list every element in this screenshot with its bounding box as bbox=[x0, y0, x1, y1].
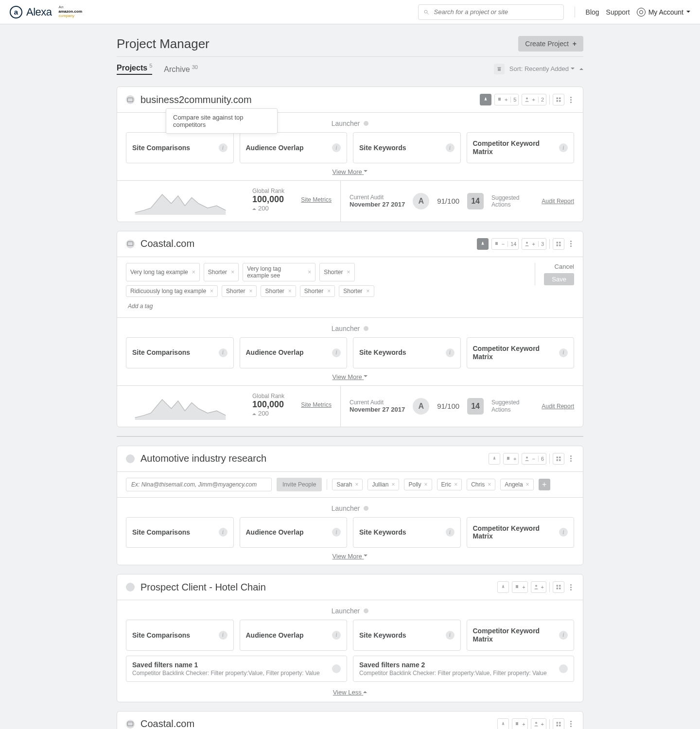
tab-projects[interactable]: Projects5 bbox=[117, 63, 152, 75]
tool-site-comparisons[interactable]: Site Comparisonsi bbox=[126, 517, 234, 548]
add-tag-input[interactable] bbox=[126, 301, 203, 312]
person-chip[interactable]: Jullian× bbox=[368, 479, 399, 490]
remove-tag-icon[interactable]: × bbox=[327, 288, 331, 295]
tool-site-keywords[interactable]: Site Keywordsi bbox=[353, 620, 461, 651]
more-menu[interactable] bbox=[567, 241, 574, 247]
person-chip[interactable]: Eric× bbox=[437, 479, 462, 490]
tag-button[interactable]: + bbox=[503, 453, 519, 465]
remove-icon[interactable]: × bbox=[526, 481, 529, 488]
grid-view-button[interactable] bbox=[553, 718, 564, 729]
tool-competitor-matrix[interactable]: Competitor Keyword Matrixi bbox=[467, 620, 575, 651]
tool-competitor-matrix[interactable]: Competitor Keyword Matrixi bbox=[467, 337, 575, 368]
nav-blog[interactable]: Blog bbox=[586, 8, 599, 16]
tool-competitor-matrix[interactable]: Competitor Keyword Matrixi bbox=[467, 132, 575, 163]
remove-tag-icon[interactable]: × bbox=[288, 288, 292, 295]
info-icon[interactable]: i bbox=[559, 528, 568, 537]
project-title[interactable]: Coastal.com bbox=[140, 718, 194, 729]
tag-button[interactable]: + bbox=[512, 718, 527, 729]
grid-view-button[interactable] bbox=[553, 238, 564, 250]
tool-audience-overlap[interactable]: Audience Overlapi bbox=[240, 337, 348, 368]
global-search[interactable] bbox=[418, 4, 564, 20]
tool-site-keywords[interactable]: Site Keywordsi bbox=[353, 132, 461, 163]
remove-tag-icon[interactable]: × bbox=[347, 269, 350, 276]
saved-filter[interactable]: Saved filters name 2 Competitor Backlink… bbox=[353, 656, 574, 682]
grid-view-button[interactable] bbox=[553, 453, 564, 465]
pin-button[interactable] bbox=[477, 238, 489, 250]
tag-chip[interactable]: Shorter× bbox=[300, 285, 335, 297]
person-chip[interactable]: Sarah× bbox=[332, 479, 363, 490]
search-input[interactable] bbox=[433, 8, 559, 16]
save-button[interactable]: Save bbox=[544, 273, 574, 285]
tool-site-keywords[interactable]: Site Keywordsi bbox=[353, 337, 461, 368]
grid-view-button[interactable] bbox=[553, 94, 564, 105]
remove-tag-icon[interactable]: × bbox=[367, 288, 370, 295]
tool-audience-overlap[interactable]: Audience Overlapi bbox=[240, 132, 348, 163]
pin-button[interactable] bbox=[489, 453, 500, 465]
tag-button[interactable]: −14 bbox=[491, 238, 519, 250]
remove-icon[interactable]: × bbox=[454, 481, 457, 488]
saved-filter[interactable]: Saved filters name 1 Competitor Backlink… bbox=[126, 656, 347, 682]
pin-button[interactable] bbox=[497, 581, 509, 593]
share-button[interactable]: +3 bbox=[522, 238, 546, 250]
project-title[interactable]: business2community.com bbox=[140, 94, 252, 105]
site-metrics-link[interactable]: Site Metrics bbox=[301, 196, 332, 203]
invite-button[interactable]: Invite People bbox=[277, 478, 322, 491]
remove-tag-icon[interactable]: × bbox=[231, 269, 234, 276]
tool-site-keywords[interactable]: Site Keywordsi bbox=[353, 517, 461, 548]
remove-tag-icon[interactable]: × bbox=[210, 288, 213, 295]
remove-icon[interactable]: × bbox=[424, 481, 428, 488]
person-chip[interactable]: Chris× bbox=[467, 479, 495, 490]
info-icon[interactable]: i bbox=[219, 348, 228, 357]
more-menu[interactable] bbox=[567, 455, 574, 462]
info-icon[interactable]: i bbox=[219, 631, 228, 640]
view-less-link[interactable]: View Less bbox=[333, 689, 368, 696]
info-icon[interactable]: i bbox=[219, 143, 228, 152]
info-icon[interactable]: i bbox=[446, 143, 455, 152]
project-title[interactable]: Automotive industry research bbox=[140, 453, 266, 464]
info-icon[interactable]: i bbox=[332, 631, 341, 640]
person-chip[interactable]: Polly× bbox=[404, 479, 432, 490]
project-title[interactable]: Prospect Client - Hotel Chain bbox=[140, 582, 266, 593]
share-button[interactable]: +2 bbox=[522, 94, 546, 105]
tool-site-comparisons[interactable]: Site Comparisonsi bbox=[126, 620, 234, 651]
info-icon[interactable]: i bbox=[559, 348, 568, 357]
tool-audience-overlap[interactable]: Audience Overlapi bbox=[240, 620, 348, 651]
tab-archive[interactable]: Archive30 bbox=[164, 64, 198, 74]
view-more-link[interactable]: View More bbox=[332, 553, 368, 560]
project-title[interactable]: Coastal.com bbox=[140, 238, 194, 249]
tag-chip[interactable]: Ridicuously long tag example× bbox=[126, 285, 218, 297]
create-project-button[interactable]: Create Project+ bbox=[518, 36, 583, 52]
sort-direction-toggle[interactable] bbox=[579, 66, 583, 70]
remove-icon[interactable]: × bbox=[488, 481, 491, 488]
tool-competitor-matrix[interactable]: Competitor Keyword Matrixi bbox=[467, 517, 575, 548]
share-button[interactable]: + bbox=[531, 581, 546, 593]
info-icon[interactable]: i bbox=[332, 143, 341, 152]
site-metrics-link[interactable]: Site Metrics bbox=[301, 401, 332, 408]
tag-button[interactable]: +5 bbox=[494, 94, 519, 105]
audit-report-link[interactable]: Audit Report bbox=[542, 403, 574, 410]
cancel-button[interactable]: Cancel bbox=[555, 263, 574, 270]
view-more-link[interactable]: View More bbox=[332, 168, 368, 175]
info-icon[interactable] bbox=[332, 664, 341, 673]
remove-tag-icon[interactable]: × bbox=[192, 269, 195, 276]
tag-chip[interactable]: Very long tag example× bbox=[126, 263, 200, 281]
tag-chip[interactable]: Shorter× bbox=[261, 285, 296, 297]
more-menu[interactable] bbox=[567, 97, 574, 103]
nav-support[interactable]: Support bbox=[606, 8, 630, 16]
grid-view-button[interactable] bbox=[553, 581, 564, 593]
info-icon[interactable]: i bbox=[332, 348, 341, 357]
archive-indicator-icon[interactable] bbox=[494, 64, 505, 74]
tag-chip[interactable]: Shorter× bbox=[222, 285, 257, 297]
info-icon[interactable]: i bbox=[446, 631, 455, 640]
tag-button[interactable]: + bbox=[512, 581, 527, 593]
info-icon[interactable]: i bbox=[446, 348, 455, 357]
info-icon[interactable]: i bbox=[559, 631, 568, 640]
info-icon[interactable] bbox=[559, 664, 568, 673]
more-menu[interactable] bbox=[567, 584, 574, 590]
tool-site-comparisons[interactable]: Site Comparisonsi bbox=[126, 132, 234, 163]
pin-button[interactable] bbox=[480, 94, 491, 105]
share-button[interactable]: −6 bbox=[522, 453, 546, 465]
info-icon[interactable]: i bbox=[219, 528, 228, 537]
info-icon[interactable]: i bbox=[559, 143, 568, 152]
add-person-button[interactable]: + bbox=[539, 479, 550, 490]
